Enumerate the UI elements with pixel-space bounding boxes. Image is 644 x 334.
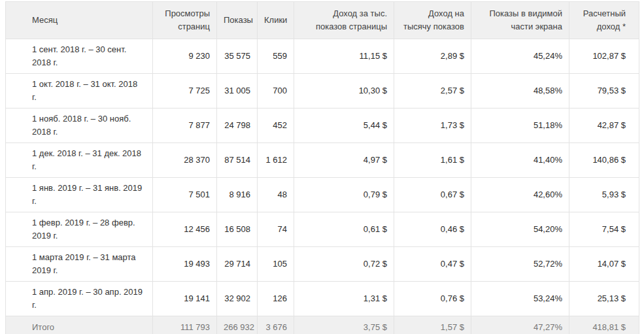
cell-estimated-earnings: 42,87 $ [569, 109, 639, 143]
table-row: 1 дек. 2018 г. – 31 дек. 2018 г. 28 370 … [6, 143, 639, 178]
cell-page-rpm: 11,15 $ [294, 39, 394, 74]
cell-page-rpm: 10,30 $ [294, 74, 394, 109]
footer-clicks: 3 676 [258, 316, 294, 334]
footer-impressions: 266 932 [217, 316, 258, 334]
column-header-impression-rpm[interactable]: Доход на тысячу показов [394, 2, 471, 39]
cell-viewability: 45,24% [471, 39, 569, 74]
report-table-container: Месяц Просмотры страниц Показы Клики Дох… [5, 1, 644, 334]
cell-impression-rpm: 1,61 $ [394, 143, 471, 178]
table-row: 1 апр. 2019 г. – 30 апр. 2019 г. 19 141 … [6, 282, 639, 316]
cell-viewability: 54,20% [471, 212, 569, 247]
cell-viewability: 51,18% [471, 109, 569, 143]
cell-page-views: 7 501 [153, 178, 217, 212]
cell-estimated-earnings: 79,53 $ [569, 74, 639, 109]
cell-impressions: 87 514 [217, 143, 258, 178]
footer-impression-rpm: 1,57 $ [394, 316, 471, 334]
cell-clicks: 105 [258, 247, 294, 282]
cell-impression-rpm: 2,89 $ [394, 39, 471, 74]
cell-viewability: 52,72% [471, 247, 569, 282]
cell-estimated-earnings: 25,13 $ [569, 282, 639, 316]
cell-month: 1 окт. 2018 г. – 31 окт. 2018 г. [6, 74, 153, 109]
cell-impressions: 16 508 [217, 212, 258, 247]
cell-viewability: 53,24% [471, 282, 569, 316]
column-header-viewability[interactable]: Показы в видимой части экрана [471, 2, 569, 39]
cell-clicks: 452 [258, 109, 294, 143]
cell-impressions: 24 798 [217, 109, 258, 143]
cell-page-rpm: 1,31 $ [294, 282, 394, 316]
footer-estimated-earnings: 418,81 $ [569, 316, 639, 334]
cell-page-views: 7 877 [153, 109, 217, 143]
cell-month: 1 янв. 2019 г. – 31 янв. 2019 г. [6, 178, 153, 212]
cell-page-rpm: 0,79 $ [294, 178, 394, 212]
cell-impression-rpm: 0,67 $ [394, 178, 471, 212]
column-header-page-rpm[interactable]: Доход за тыс. показов страницы [294, 2, 394, 39]
cell-impression-rpm: 2,57 $ [394, 74, 471, 109]
cell-impressions: 31 005 [217, 74, 258, 109]
table-row: 1 нояб. 2018 г. – 30 нояб. 2018 г. 7 877… [6, 109, 639, 143]
footer-page-rpm: 3,75 $ [294, 316, 394, 334]
table-row: 1 марта 2019 г. – 31 марта 2019 г. 19 49… [6, 247, 639, 282]
cell-page-rpm: 0,72 $ [294, 247, 394, 282]
cell-impressions: 35 575 [217, 39, 258, 74]
cell-impression-rpm: 1,73 $ [394, 109, 471, 143]
table-row: 1 окт. 2018 г. – 31 окт. 2018 г. 7 725 3… [6, 74, 639, 109]
cell-impression-rpm: 0,76 $ [394, 282, 471, 316]
table-header-row: Месяц Просмотры страниц Показы Клики Дох… [6, 2, 639, 39]
cell-estimated-earnings: 140,86 $ [569, 143, 639, 178]
cell-page-views: 9 230 [153, 39, 217, 74]
cell-estimated-earnings: 7,54 $ [569, 212, 639, 247]
cell-viewability: 42,60% [471, 178, 569, 212]
cell-estimated-earnings: 102,87 $ [569, 39, 639, 74]
footer-page-views: 111 793 [153, 316, 217, 334]
cell-estimated-earnings: 5,93 $ [569, 178, 639, 212]
cell-clicks: 48 [258, 178, 294, 212]
table-row: 1 янв. 2019 г. – 31 янв. 2019 г. 7 501 8… [6, 178, 639, 212]
cell-month: 1 сент. 2018 г. – 30 сент. 2018 г. [6, 39, 153, 74]
table-row: 1 февр. 2019 г. – 28 февр. 2019 г. 12 45… [6, 212, 639, 247]
cell-clicks: 126 [258, 282, 294, 316]
cell-month: 1 нояб. 2018 г. – 30 нояб. 2018 г. [6, 109, 153, 143]
cell-page-rpm: 5,44 $ [294, 109, 394, 143]
cell-page-views: 28 370 [153, 143, 217, 178]
column-header-page-views[interactable]: Просмотры страниц [153, 2, 217, 39]
column-header-month[interactable]: Месяц [6, 2, 153, 39]
cell-clicks: 1 612 [258, 143, 294, 178]
cell-impression-rpm: 0,46 $ [394, 212, 471, 247]
footer-total-label: Итого [6, 316, 153, 334]
cell-month: 1 февр. 2019 г. – 28 февр. 2019 г. [6, 212, 153, 247]
cell-clicks: 700 [258, 74, 294, 109]
cell-clicks: 559 [258, 39, 294, 74]
column-header-impressions[interactable]: Показы [217, 2, 258, 39]
cell-impressions: 8 916 [217, 178, 258, 212]
column-header-estimated-earnings[interactable]: Расчетный доход * [569, 2, 639, 39]
cell-page-rpm: 4,97 $ [294, 143, 394, 178]
cell-page-views: 19 141 [153, 282, 217, 316]
cell-page-views: 19 493 [153, 247, 217, 282]
report-table: Месяц Просмотры страниц Показы Клики Дох… [5, 1, 639, 334]
cell-clicks: 74 [258, 212, 294, 247]
cell-page-rpm: 0,61 $ [294, 212, 394, 247]
cell-month: 1 марта 2019 г. – 31 марта 2019 г. [6, 247, 153, 282]
footer-viewability: 47,27% [471, 316, 569, 334]
cell-impression-rpm: 0,47 $ [394, 247, 471, 282]
cell-page-views: 12 456 [153, 212, 217, 247]
cell-viewability: 41,40% [471, 143, 569, 178]
cell-viewability: 48,58% [471, 74, 569, 109]
table-row: 1 сент. 2018 г. – 30 сент. 2018 г. 9 230… [6, 39, 639, 74]
cell-impressions: 29 714 [217, 247, 258, 282]
cell-month: 1 апр. 2019 г. – 30 апр. 2019 г. [6, 282, 153, 316]
cell-impressions: 32 902 [217, 282, 258, 316]
table-footer-row: Итого 111 793 266 932 3 676 3,75 $ 1,57 … [6, 316, 639, 334]
column-header-clicks[interactable]: Клики [258, 2, 294, 39]
cell-page-views: 7 725 [153, 74, 217, 109]
cell-estimated-earnings: 14,07 $ [569, 247, 639, 282]
cell-month: 1 дек. 2018 г. – 31 дек. 2018 г. [6, 143, 153, 178]
